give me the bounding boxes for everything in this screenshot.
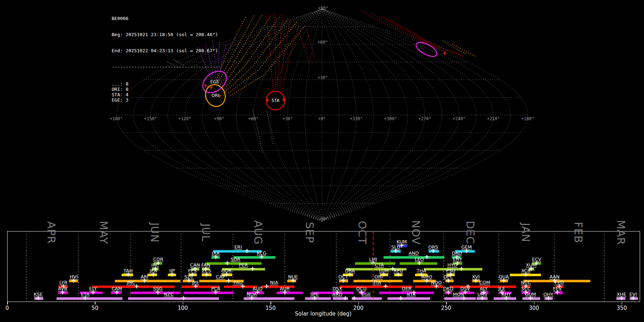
shower-peak-marker: + [416,260,422,266]
month-label: APR [45,221,58,244]
shower-peak-marker: + [351,295,357,301]
shower-peak-marker: + [398,295,403,301]
x-axis-tick [7,302,8,304]
shower-peak-marker: + [555,289,560,296]
activity-timeline: Solar longitude (deg) APRMAYJUNJULAUGSEP… [0,0,644,322]
x-axis-tick [358,302,359,304]
shower-peak-marker: + [434,283,439,289]
shower-peak-marker: + [335,289,340,296]
shower-bar [213,250,261,253]
meteor-observation-screen: +90°-90°+60°+30°+180°+150°+120°+90°+60°+… [0,0,644,322]
month-label: JAN [519,223,532,242]
shower-peak-marker: + [523,271,528,278]
month-gridline [233,231,233,301]
shower-bar [115,280,180,282]
shower-peak-marker: + [459,265,464,272]
shower-peak-marker: + [134,283,139,289]
shower-peak-marker: + [35,295,41,301]
shower-peak-marker: + [347,271,353,278]
shower-peak-marker: + [393,248,399,254]
month-gridline [78,231,79,301]
shower-label: ERI [234,244,242,250]
shower-peak-marker: + [396,271,401,278]
shower-peak-marker: + [528,295,533,301]
shower-peak-marker: + [424,254,430,260]
shower-peak-marker: + [142,277,147,284]
x-axis-tick [95,302,96,304]
shower-bar [206,262,262,265]
month-label: AUG [252,220,264,245]
month-label: SEP [303,222,316,243]
shower-peak-marker: + [255,289,260,296]
shower-peak-marker: + [546,295,551,301]
shower-peak-marker: + [155,289,161,296]
shower-peak-marker: + [151,271,156,278]
month-label: DEC [464,221,477,244]
shower-peak-marker: + [528,265,534,272]
shower-peak-marker: + [341,277,346,284]
shower-peak-marker: + [411,289,416,296]
shower-peak-marker: + [503,295,509,301]
month-label: JUN [148,223,161,243]
x-axis-tick [622,302,623,304]
shower-bar [184,292,234,294]
shower-label: SDA [231,257,240,262]
shower-peak-marker: + [250,265,255,272]
x-axis-tick-label: 250 [441,305,452,311]
shower-peak-marker: + [630,295,636,301]
shower-peak-marker: + [461,295,467,301]
shower-peak-marker: + [249,295,254,301]
shower-peak-marker: + [90,289,96,296]
shower-bar [305,297,331,300]
shower-peak-marker: + [430,248,436,254]
x-axis-tick-label: 0 [5,305,9,311]
month-label: MAY [97,221,110,244]
shower-peak-marker: + [473,277,478,284]
shower-peak-marker: + [224,260,230,266]
shower-peak-marker: + [358,289,364,296]
shower-peak-marker: + [399,242,404,249]
shower-label: NIA [270,280,278,285]
shower-peak-marker: + [291,277,296,284]
x-axis-tick-label: 50 [92,305,98,311]
shower-label: OER [402,286,411,291]
shower-peak-marker: + [479,295,485,301]
x-axis-tick-label: 300 [529,305,539,311]
month-label: NOV [410,220,422,245]
x-axis-label: Solar longitude (deg) [295,311,351,317]
month-label: FEB [572,222,585,243]
shower-peak-marker: + [82,295,88,301]
shower-peak-marker: + [445,289,451,296]
month-label: OCT [356,221,369,244]
x-axis-tick [534,302,535,304]
shower-peak-marker: + [312,295,317,301]
x-axis-tick [270,302,271,304]
shower-peak-marker: + [424,277,430,284]
shower-bar [384,256,444,259]
shower-bar [128,297,219,300]
shower-label: PER [239,262,248,268]
shower-peak-marker: + [213,289,219,296]
shower-peak-marker: + [619,295,624,301]
shower-bar [444,297,476,300]
shower-peak-marker: + [226,277,231,284]
shower-bar [387,297,430,300]
shower-peak-marker: + [259,254,264,260]
shower-peak-marker: + [282,289,287,296]
shower-label: COM [479,280,491,285]
shower-bar [57,297,122,300]
month-label: MAR [615,220,627,245]
shower-peak-marker: + [126,271,131,278]
shower-peak-marker: + [464,248,469,254]
shower-peak-marker: + [419,271,424,278]
x-axis-tick-label: 150 [265,305,276,311]
shower-peak-marker: + [181,295,186,301]
x-axis-tick-label: 100 [178,305,188,311]
shower-peak-marker: + [445,277,451,284]
shower-peak-marker: + [213,254,219,260]
month-gridline [604,231,605,301]
x-axis-tick [183,302,184,304]
x-axis-tick-label: 200 [353,305,364,311]
month-gridline [181,231,181,301]
month-label: JUL [200,224,212,242]
